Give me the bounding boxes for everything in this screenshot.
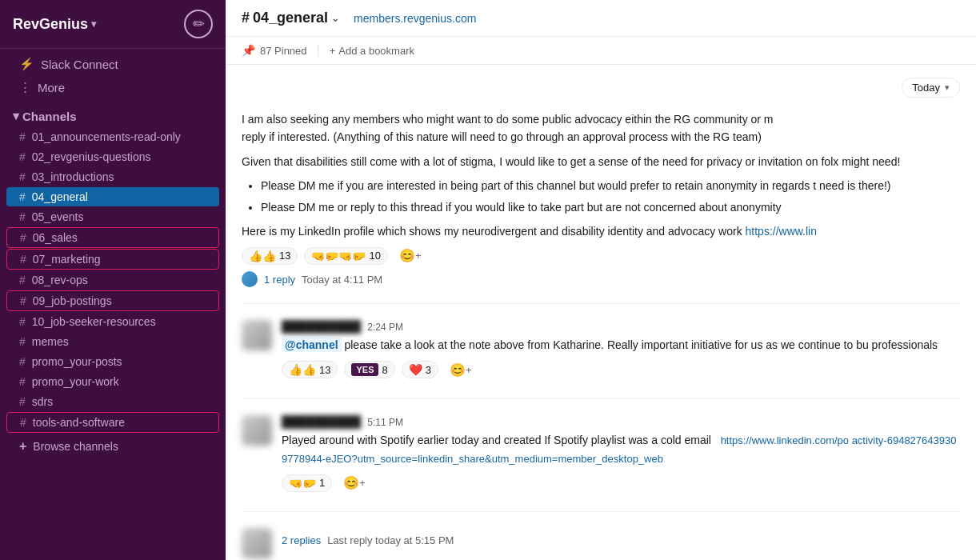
msg2-thumbs-emoji: 👍👍 (289, 363, 316, 376)
sidebar-channel-07_marketing[interactable]: #07_marketing (6, 249, 219, 270)
sidebar-channel-06_sales[interactable]: #06_sales (6, 227, 219, 248)
msg2-heart-count: 3 (426, 364, 431, 376)
msg3-row: ██████████ 5:11 PM Played around with Sp… (242, 415, 960, 493)
add-reaction-button-1[interactable]: 😊+ (394, 246, 426, 265)
msg3-reaction-fist[interactable]: 🤜🤛 1 (282, 474, 332, 492)
message-block-4: 2 replies Last reply today at 5:15 PM (242, 528, 960, 560)
channel-label-13: sdrs (32, 395, 53, 408)
channel-hash-icon-1: # (19, 150, 26, 163)
channel-hash-icon-10: # (19, 335, 26, 348)
msg2-channel-mention: @channel (282, 338, 342, 352)
sidebar-item-slack-connect[interactable]: ⚡ Slack Connect (6, 53, 219, 75)
msg3-meta: ██████████ 5:11 PM (282, 415, 960, 428)
sidebar-channel-03_introductions[interactable]: #03_introductions (6, 167, 219, 186)
channel-hash-icon-11: # (19, 355, 26, 368)
msg4-reply-time: Last reply today at 5:15 PM (327, 534, 454, 546)
channel-hash-icon-9: # (19, 315, 26, 328)
channels-header[interactable]: ▾ Channels (0, 102, 226, 126)
channel-label-11: promo_your-posts (32, 355, 122, 368)
add-reaction-button-2[interactable]: 😊+ (445, 361, 477, 379)
msg1-reactions: 👍👍 13 🤜🤛🤜🤛 10 😊+ (242, 246, 960, 265)
sidebar-item-more[interactable]: ⋮ More (6, 76, 219, 98)
sidebar-channel-09_job-postings[interactable]: #09_job-postings (6, 290, 219, 311)
channel-hash-icon-14: # (20, 416, 26, 429)
msg2-sender: ██████████ (282, 320, 361, 333)
msg2-reaction-yes[interactable]: YES 8 (344, 361, 394, 378)
reply-avatar (242, 271, 258, 287)
sidebar-channel-promo_your-work[interactable]: #promo_your-work (6, 372, 219, 391)
msg1-cont: ithin the RG community or m (631, 113, 773, 126)
sidebar-channel-05_events[interactable]: #05_events (6, 207, 219, 226)
channel-hash-big: # (242, 10, 250, 26)
msg2-yes-count: 8 (382, 364, 387, 376)
sidebar-channel-promo_your-posts[interactable]: #promo_your-posts (6, 352, 219, 371)
msg1-reply-info[interactable]: 1 reply Today at 4:11 PM (242, 271, 960, 287)
workspace-name[interactable]: RevGenius ▾ (13, 16, 96, 33)
msg2-yes-badge: YES (351, 363, 378, 376)
slack-connect-icon: ⚡ (19, 57, 34, 71)
message-block-3: ██████████ 5:11 PM Played around with Sp… (242, 415, 960, 513)
sidebar-channel-01_announcements-read-only[interactable]: #01_announcements-read-only (6, 127, 219, 146)
reaction-fist-emoji: 🤜🤛🤜🤛 (311, 250, 366, 262)
msg1-link[interactable]: https://www.lin (746, 225, 817, 238)
sidebar-channel-sdrs[interactable]: #sdrs (6, 392, 219, 411)
today-badge[interactable]: Today ▾ (902, 78, 960, 98)
reaction-thumbs-emoji: 👍👍 (249, 250, 276, 262)
channel-hash-icon-3: # (19, 190, 26, 203)
msg2-thumbs-count: 13 (319, 364, 330, 376)
msg1-bullet-2: Please DM me or reply to this thread if … (261, 198, 960, 216)
pinned-count: 87 Pinned (260, 45, 307, 57)
channel-label-2: 03_introductions (32, 170, 114, 183)
channel-hash-icon-7: # (19, 274, 26, 286)
msg2-time: 2:24 PM (367, 322, 403, 333)
channel-hash-icon-5: # (20, 231, 26, 244)
sidebar-header: RevGenius ▾ ✏ (0, 0, 226, 49)
pin-icon: 📌 (242, 44, 255, 57)
reaction-thumbs-13[interactable]: 👍👍 13 (242, 247, 298, 265)
browse-channels-button[interactable]: + Browse channels (6, 434, 219, 458)
channel-hash-icon-0: # (19, 130, 26, 143)
subheader: 📌 87 Pinned | + Add a bookmark (226, 37, 976, 65)
msg3-text: Played around with Spotify earlier today… (282, 431, 960, 468)
main-area: # 04_general ⌄ members.revgenius.com 📌 8… (226, 0, 976, 560)
sidebar: RevGenius ▾ ✏ ⚡ Slack Connect ⋮ More ▾ C… (0, 0, 226, 560)
compose-button[interactable]: ✏ (184, 10, 213, 38)
subheader-separator: | (317, 43, 320, 58)
sidebar-channel-tools-and-software[interactable]: #tools-and-software (6, 412, 219, 433)
msg1-line2: reply if interested. (Anything of this n… (242, 130, 762, 143)
message-text-1: I am also seeking any members who might … (242, 110, 960, 146)
add-bookmark-button[interactable]: + Add a bookmark (330, 45, 414, 57)
browse-channels-plus-icon: + (19, 439, 26, 454)
channel-label-14: tools-and-software (33, 416, 125, 429)
channel-chevron-icon[interactable]: ⌄ (331, 13, 339, 24)
today-label: Today (912, 82, 940, 94)
reaction-fist-10[interactable]: 🤜🤛🤜🤛 10 (304, 247, 387, 265)
msg3-avatar (242, 415, 272, 446)
msg3-body: ██████████ 5:11 PM Played around with Sp… (282, 415, 960, 493)
workspace-name-text: RevGenius (13, 16, 88, 33)
channels-header-label: Channels (22, 110, 77, 123)
sidebar-channel-10_job-seeker-resources[interactable]: #10_job-seeker-resources (6, 312, 219, 331)
reply-time: Today at 4:11 PM (302, 274, 382, 286)
msg2-reaction-thumbs[interactable]: 👍👍 13 (282, 361, 338, 378)
msg2-reaction-heart[interactable]: ❤️ 3 (402, 361, 438, 378)
messages-area[interactable]: Today ▾ I am also seeking any members wh… (226, 65, 976, 560)
pin-info[interactable]: 📌 87 Pinned (242, 44, 307, 57)
channel-label-6: 07_marketing (33, 253, 101, 266)
channel-url[interactable]: members.revgenius.com (354, 12, 476, 25)
channels-arrow-icon: ▾ (13, 109, 19, 123)
msg2-text: @channel please take a look at the note … (282, 336, 960, 354)
browse-channels-label: Browse channels (33, 440, 118, 453)
msg2-avatar (242, 320, 272, 350)
sidebar-channel-memes[interactable]: #memes (6, 332, 219, 351)
channel-header: # 04_general ⌄ members.revgenius.com (226, 0, 976, 37)
msg3-link[interactable]: https://www.linkedin.com/po activity-694… (282, 434, 956, 465)
add-reaction-button-3[interactable]: 😊+ (338, 474, 370, 492)
sidebar-channel-08_rev-ops[interactable]: #08_rev-ops (6, 270, 219, 290)
msg4-reply-info[interactable]: 2 replies Last reply today at 5:15 PM (282, 534, 960, 546)
channel-hash-icon-13: # (19, 395, 26, 408)
msg1-line1: I am also seeking any members who might … (242, 113, 631, 126)
sidebar-channel-02_revgenius-questions[interactable]: #02_revgenius-questions (6, 147, 219, 166)
sidebar-channel-04_general[interactable]: #04_general (6, 187, 219, 206)
msg4-row: 2 replies Last reply today at 5:15 PM (242, 528, 960, 558)
